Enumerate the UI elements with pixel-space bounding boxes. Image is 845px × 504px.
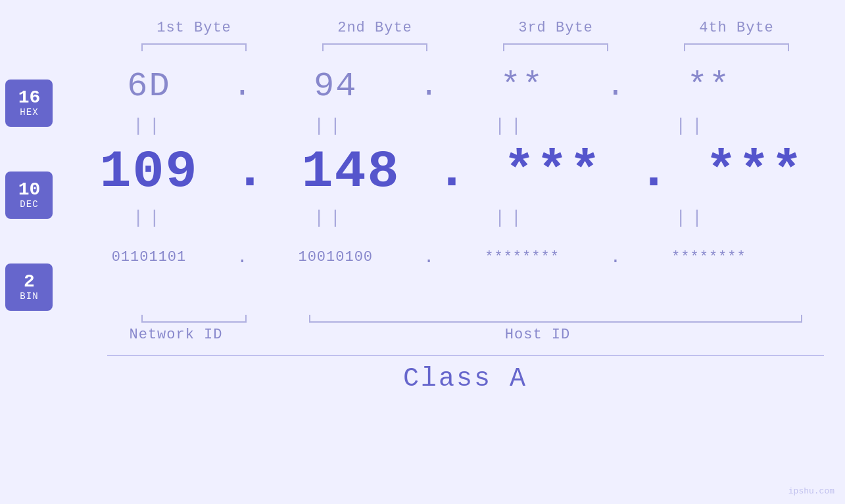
bin-b2-value: 10010100	[298, 249, 373, 265]
class-bracket-line	[107, 348, 824, 356]
equals2-b3: ||	[420, 208, 601, 228]
hex-badge-label: HEX	[20, 107, 38, 118]
equals-row2: || || || ||	[59, 204, 845, 231]
byte3-header: 3rd Byte	[466, 20, 646, 36]
network-id-label: Network ID	[85, 327, 266, 343]
labels-row: Network ID Host ID	[0, 327, 845, 343]
byte1-header: 1st Byte	[104, 20, 285, 36]
host-id-label: Host ID	[266, 327, 809, 343]
bin-badge-label: BIN	[20, 291, 38, 302]
bin-badge: 2 BIN	[5, 263, 53, 311]
bottom-bracket-left	[104, 315, 285, 323]
hex-row: 6D . 94 . ** . **	[59, 60, 845, 112]
dec-badge-label: DEC	[20, 199, 38, 210]
byte4-header: 4th Byte	[646, 20, 827, 36]
bracket-line-b1	[141, 43, 247, 51]
hex-b1-cell: 6D	[59, 67, 239, 106]
bracket-bottom-right-line	[309, 315, 802, 323]
hex-b2-value: 94	[314, 67, 357, 106]
bin-b4-cell: ********	[618, 249, 799, 265]
dec-b3-value: ***	[503, 142, 602, 202]
bracket-line-b2	[322, 43, 427, 51]
equals2-b4: ||	[601, 208, 782, 228]
hex-b2-cell: 94	[245, 67, 426, 106]
bracket-line-b3	[503, 43, 608, 51]
main-container: 1st Byte 2nd Byte 3rd Byte 4th Byte 16 H…	[0, 0, 845, 504]
bin-row: 01101101 . 10010100 . ******** . *******…	[59, 231, 845, 283]
equals1-b3: ||	[420, 116, 601, 136]
hex-b4-cell: **	[618, 67, 799, 106]
bracket-line-b4	[684, 43, 789, 51]
values-area: 6D . 94 . ** . ** || || || ||	[59, 60, 845, 311]
byte2-header: 2nd Byte	[285, 20, 466, 36]
bracket-bottom-left-line	[141, 315, 247, 323]
equals-row1: || || || ||	[59, 112, 845, 139]
equals1-b2: ||	[239, 116, 420, 136]
bracket-b1	[104, 41, 285, 53]
top-brackets	[0, 41, 845, 53]
dec-badge: 10 DEC	[5, 172, 53, 219]
hex-b4-value: **	[687, 67, 731, 106]
content-area: 16 HEX 10 DEC 2 BIN 6D . 94	[0, 60, 845, 311]
bin-b1-cell: 01101101	[59, 249, 239, 265]
byte-headers: 1st Byte 2nd Byte 3rd Byte 4th Byte	[0, 20, 845, 36]
hex-badge: 16 HEX	[5, 80, 53, 127]
dec-b4-value: ***	[705, 142, 804, 202]
dec-row: 109 . 148 . *** . ***	[59, 139, 845, 204]
dec-b2-cell: 148	[260, 142, 441, 202]
watermark: ipshu.com	[788, 486, 834, 496]
bin-b3-value: ********	[485, 249, 560, 265]
bin-b2-cell: 10010100	[245, 249, 426, 265]
hex-badge-number: 16	[18, 89, 41, 107]
hex-b1-value: 6D	[127, 67, 170, 106]
bin-badge-number: 2	[24, 273, 35, 291]
bin-b4-value: ********	[671, 249, 746, 265]
dec-b4-cell: ***	[664, 142, 845, 202]
equals1-b1: ||	[59, 116, 239, 136]
hex-b3-value: **	[500, 67, 544, 106]
hex-b3-cell: **	[432, 67, 613, 106]
equals1-b4: ||	[601, 116, 782, 136]
class-area: Class A	[0, 348, 845, 394]
bracket-b4	[646, 41, 827, 53]
bin-b1-value: 01101101	[112, 249, 187, 265]
equals2-b2: ||	[239, 208, 420, 228]
bottom-bracket-right	[285, 315, 827, 323]
bracket-b3	[466, 41, 646, 53]
dec-badge-number: 10	[18, 181, 41, 199]
bracket-b2	[285, 41, 466, 53]
class-label: Class A	[403, 364, 527, 394]
dec-b3-cell: ***	[462, 142, 643, 202]
dec-b1-cell: 109	[59, 142, 239, 202]
bin-b3-cell: ********	[432, 249, 613, 265]
badges-column: 16 HEX 10 DEC 2 BIN	[0, 60, 59, 311]
bottom-brackets	[0, 315, 845, 323]
equals2-b1: ||	[59, 208, 239, 228]
dec-b1-value: 109	[99, 142, 198, 202]
dec-b2-value: 148	[301, 142, 400, 202]
